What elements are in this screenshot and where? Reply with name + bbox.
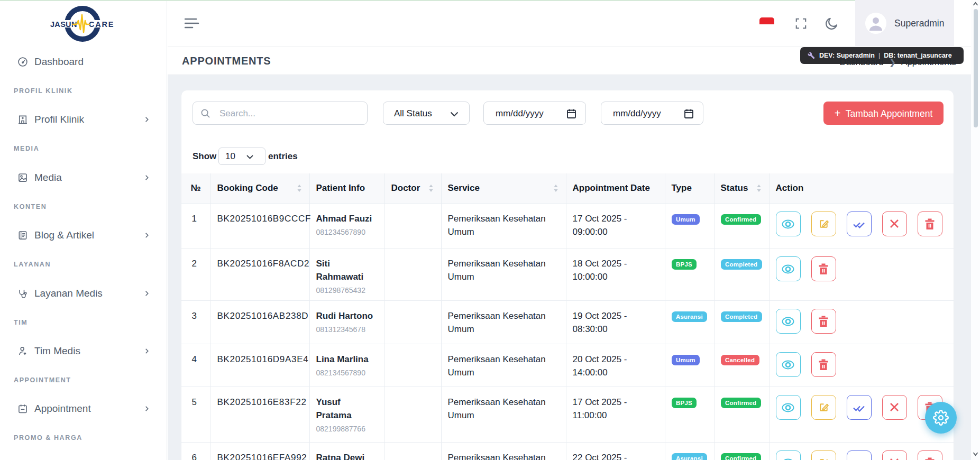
svg-text:CARE: CARE <box>89 20 114 29</box>
